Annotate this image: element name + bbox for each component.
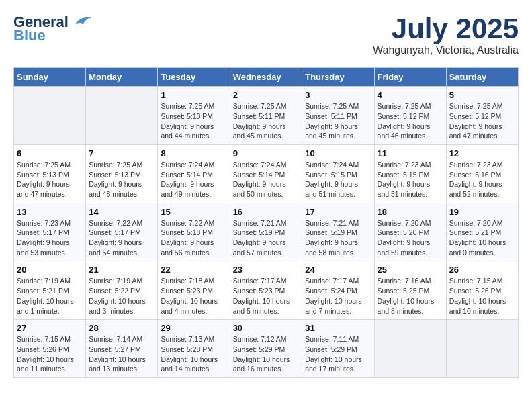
day-detail: Sunrise: 7:24 AMSunset: 5:15 PMDaylight:… — [305, 160, 371, 199]
weekday-header-monday: Monday — [86, 68, 158, 87]
calendar-cell: 21Sunrise: 7:19 AMSunset: 5:22 PMDayligh… — [86, 261, 158, 320]
day-number: 24 — [305, 265, 371, 275]
day-detail: Sunrise: 7:25 AMSunset: 5:10 PMDaylight:… — [161, 101, 226, 141]
day-number: 19 — [449, 207, 515, 217]
calendar-cell: 14Sunrise: 7:22 AMSunset: 5:17 PMDayligh… — [86, 203, 158, 261]
day-number: 14 — [89, 207, 154, 217]
calendar-cell: 6Sunrise: 7:25 AMSunset: 5:13 PMDaylight… — [14, 144, 86, 203]
day-number: 28 — [89, 323, 154, 333]
day-number: 2 — [233, 90, 300, 100]
calendar-cell: 5Sunrise: 7:25 AMSunset: 5:12 PMDaylight… — [446, 87, 518, 145]
calendar-cell: 15Sunrise: 7:22 AMSunset: 5:18 PMDayligh… — [158, 203, 230, 261]
calendar-cell: 4Sunrise: 7:25 AMSunset: 5:12 PMDaylight… — [374, 87, 446, 145]
calendar-cell: 7Sunrise: 7:25 AMSunset: 5:13 PMDaylight… — [86, 144, 158, 203]
day-detail: Sunrise: 7:25 AMSunset: 5:12 PMDaylight:… — [449, 101, 515, 141]
calendar-week-4: 20Sunrise: 7:19 AMSunset: 5:21 PMDayligh… — [14, 261, 519, 320]
calendar-cell — [374, 320, 446, 378]
day-detail: Sunrise: 7:19 AMSunset: 5:22 PMDaylight:… — [89, 276, 154, 316]
calendar-cell — [14, 87, 86, 145]
day-detail: Sunrise: 7:21 AMSunset: 5:19 PMDaylight:… — [305, 218, 371, 258]
weekday-header-friday: Friday — [374, 68, 446, 87]
day-number: 16 — [233, 207, 300, 217]
calendar-cell: 30Sunrise: 7:12 AMSunset: 5:29 PMDayligh… — [230, 320, 302, 378]
day-detail: Sunrise: 7:20 AMSunset: 5:21 PMDaylight:… — [449, 218, 515, 258]
calendar-cell: 3Sunrise: 7:25 AMSunset: 5:11 PMDaylight… — [302, 87, 374, 145]
logo-bird-icon — [70, 15, 91, 30]
calendar-cell: 26Sunrise: 7:15 AMSunset: 5:26 PMDayligh… — [446, 261, 518, 320]
location-subtitle: Wahgunyah, Victoria, Australia — [373, 44, 519, 56]
day-detail: Sunrise: 7:16 AMSunset: 5:25 PMDaylight:… — [378, 276, 443, 316]
day-detail: Sunrise: 7:22 AMSunset: 5:17 PMDaylight:… — [89, 218, 154, 258]
day-number: 4 — [378, 90, 443, 100]
day-detail: Sunrise: 7:25 AMSunset: 5:11 PMDaylight:… — [233, 101, 300, 141]
calendar-week-5: 27Sunrise: 7:15 AMSunset: 5:26 PMDayligh… — [14, 320, 519, 378]
calendar-cell: 10Sunrise: 7:24 AMSunset: 5:15 PMDayligh… — [302, 144, 374, 203]
day-number: 30 — [233, 323, 300, 333]
day-detail: Sunrise: 7:23 AMSunset: 5:16 PMDaylight:… — [449, 160, 515, 199]
page-header: General Blue July 2025 Wahgunyah, Victor… — [13, 13, 519, 56]
day-detail: Sunrise: 7:25 AMSunset: 5:13 PMDaylight:… — [17, 160, 83, 199]
day-number: 6 — [17, 148, 83, 158]
weekday-header-wednesday: Wednesday — [230, 68, 302, 87]
day-detail: Sunrise: 7:24 AMSunset: 5:14 PMDaylight:… — [161, 160, 226, 199]
day-detail: Sunrise: 7:18 AMSunset: 5:23 PMDaylight:… — [161, 276, 226, 316]
weekday-header-tuesday: Tuesday — [158, 68, 230, 87]
day-detail: Sunrise: 7:13 AMSunset: 5:28 PMDaylight:… — [161, 334, 226, 374]
calendar-table: SundayMondayTuesdayWednesdayThursdayFrid… — [13, 67, 519, 378]
month-year-title: July 2025 — [373, 13, 519, 44]
calendar-week-2: 6Sunrise: 7:25 AMSunset: 5:13 PMDaylight… — [14, 144, 519, 203]
day-detail: Sunrise: 7:24 AMSunset: 5:14 PMDaylight:… — [233, 160, 300, 199]
weekday-header-row: SundayMondayTuesdayWednesdayThursdayFrid… — [14, 68, 519, 87]
day-number: 18 — [378, 207, 443, 217]
day-number: 9 — [233, 148, 300, 158]
calendar-cell: 16Sunrise: 7:21 AMSunset: 5:19 PMDayligh… — [230, 203, 302, 261]
day-detail: Sunrise: 7:23 AMSunset: 5:15 PMDaylight:… — [378, 160, 443, 199]
day-number: 23 — [233, 265, 300, 275]
day-detail: Sunrise: 7:21 AMSunset: 5:19 PMDaylight:… — [233, 218, 300, 258]
day-number: 20 — [17, 265, 83, 275]
calendar-cell: 18Sunrise: 7:20 AMSunset: 5:20 PMDayligh… — [374, 203, 446, 261]
day-detail: Sunrise: 7:25 AMSunset: 5:12 PMDaylight:… — [378, 101, 443, 141]
day-detail: Sunrise: 7:17 AMSunset: 5:23 PMDaylight:… — [233, 276, 300, 316]
day-number: 29 — [161, 323, 226, 333]
day-number: 22 — [161, 265, 226, 275]
calendar-cell: 1Sunrise: 7:25 AMSunset: 5:10 PMDaylight… — [158, 87, 230, 145]
day-number: 8 — [161, 148, 226, 158]
calendar-week-3: 13Sunrise: 7:23 AMSunset: 5:17 PMDayligh… — [14, 203, 519, 261]
logo: General Blue — [13, 13, 91, 44]
calendar-cell — [86, 87, 158, 145]
calendar-cell: 31Sunrise: 7:11 AMSunset: 5:29 PMDayligh… — [302, 320, 374, 378]
day-number: 1 — [161, 90, 226, 100]
calendar-cell: 23Sunrise: 7:17 AMSunset: 5:23 PMDayligh… — [230, 261, 302, 320]
day-detail: Sunrise: 7:23 AMSunset: 5:17 PMDaylight:… — [17, 218, 83, 258]
day-number: 17 — [305, 207, 371, 217]
day-number: 26 — [449, 265, 515, 275]
calendar-cell: 27Sunrise: 7:15 AMSunset: 5:26 PMDayligh… — [14, 320, 86, 378]
day-detail: Sunrise: 7:25 AMSunset: 5:11 PMDaylight:… — [305, 101, 371, 141]
calendar-cell: 11Sunrise: 7:23 AMSunset: 5:15 PMDayligh… — [374, 144, 446, 203]
calendar-cell: 19Sunrise: 7:20 AMSunset: 5:21 PMDayligh… — [446, 203, 518, 261]
day-number: 15 — [161, 207, 226, 217]
day-number: 31 — [305, 323, 371, 333]
day-number: 25 — [378, 265, 443, 275]
day-number: 11 — [378, 148, 443, 158]
day-detail: Sunrise: 7:15 AMSunset: 5:26 PMDaylight:… — [449, 276, 515, 316]
day-number: 3 — [305, 90, 371, 100]
day-detail: Sunrise: 7:14 AMSunset: 5:27 PMDaylight:… — [89, 334, 154, 374]
day-number: 5 — [449, 90, 515, 100]
calendar-cell: 24Sunrise: 7:17 AMSunset: 5:24 PMDayligh… — [302, 261, 374, 320]
day-number: 13 — [17, 207, 83, 217]
day-detail: Sunrise: 7:11 AMSunset: 5:29 PMDaylight:… — [305, 334, 371, 374]
day-number: 27 — [17, 323, 83, 333]
calendar-cell: 13Sunrise: 7:23 AMSunset: 5:17 PMDayligh… — [14, 203, 86, 261]
title-block: July 2025 Wahgunyah, Victoria, Australia — [373, 13, 519, 56]
calendar-cell: 28Sunrise: 7:14 AMSunset: 5:27 PMDayligh… — [86, 320, 158, 378]
day-detail: Sunrise: 7:15 AMSunset: 5:26 PMDaylight:… — [17, 334, 83, 374]
day-detail: Sunrise: 7:17 AMSunset: 5:24 PMDaylight:… — [305, 276, 371, 316]
day-detail: Sunrise: 7:22 AMSunset: 5:18 PMDaylight:… — [161, 218, 226, 258]
day-number: 21 — [89, 265, 154, 275]
calendar-cell: 29Sunrise: 7:13 AMSunset: 5:28 PMDayligh… — [158, 320, 230, 378]
calendar-cell: 17Sunrise: 7:21 AMSunset: 5:19 PMDayligh… — [302, 203, 374, 261]
day-detail: Sunrise: 7:12 AMSunset: 5:29 PMDaylight:… — [233, 334, 300, 374]
day-number: 12 — [449, 148, 515, 158]
